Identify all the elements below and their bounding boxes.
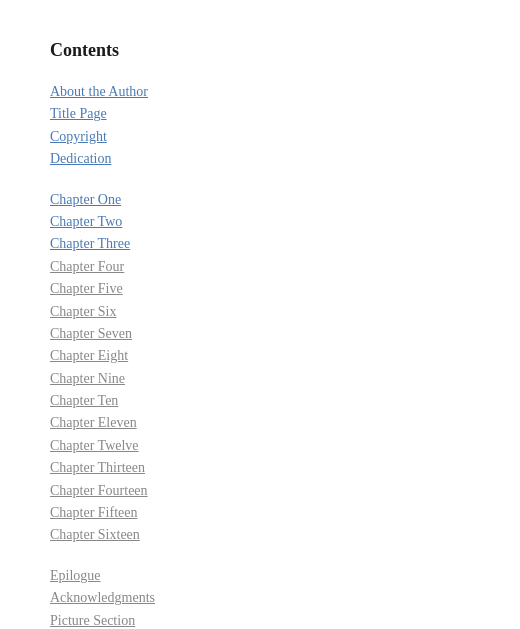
toc-link-picture-section[interactable]: Picture Section xyxy=(50,610,470,629)
toc-link-title-page[interactable]: Title Page xyxy=(50,103,470,125)
toc-link-chapter-eight[interactable]: Chapter Eight xyxy=(50,345,470,367)
toc-group-back-matter: EpilogueAcknowledgmentsPicture Section xyxy=(50,565,470,629)
toc-link-chapter-sixteen[interactable]: Chapter Sixteen xyxy=(50,524,470,546)
toc-link-chapter-four[interactable]: Chapter Four xyxy=(50,256,470,278)
toc-link-chapter-ten[interactable]: Chapter Ten xyxy=(50,390,470,412)
toc-link-chapter-five[interactable]: Chapter Five xyxy=(50,278,470,300)
toc-link-chapter-two[interactable]: Chapter Two xyxy=(50,211,470,233)
toc-group-chapters-early: Chapter OneChapter TwoChapter ThreeChapt… xyxy=(50,189,470,547)
toc-link-chapter-thirteen[interactable]: Chapter Thirteen xyxy=(50,457,470,479)
contents-heading: Contents xyxy=(50,40,470,61)
toc-link-dedication[interactable]: Dedication xyxy=(50,148,470,170)
toc-link-chapter-twelve[interactable]: Chapter Twelve xyxy=(50,435,470,457)
toc-link-copyright[interactable]: Copyright xyxy=(50,126,470,148)
toc-link-about-the-author[interactable]: About the Author xyxy=(50,81,470,103)
toc-link-chapter-eleven[interactable]: Chapter Eleven xyxy=(50,412,470,434)
toc-container: About the AuthorTitle PageCopyrightDedic… xyxy=(50,81,470,629)
toc-link-epilogue[interactable]: Epilogue xyxy=(50,565,470,587)
toc-link-chapter-one[interactable]: Chapter One xyxy=(50,189,470,211)
toc-link-acknowledgments[interactable]: Acknowledgments xyxy=(50,587,470,609)
toc-link-chapter-fourteen[interactable]: Chapter Fourteen xyxy=(50,480,470,502)
toc-group-front-matter: About the AuthorTitle PageCopyrightDedic… xyxy=(50,81,470,171)
toc-link-chapter-six[interactable]: Chapter Six xyxy=(50,301,470,323)
toc-link-chapter-fifteen[interactable]: Chapter Fifteen xyxy=(50,502,470,524)
toc-link-chapter-nine[interactable]: Chapter Nine xyxy=(50,368,470,390)
toc-link-chapter-seven[interactable]: Chapter Seven xyxy=(50,323,470,345)
toc-link-chapter-three[interactable]: Chapter Three xyxy=(50,233,470,255)
